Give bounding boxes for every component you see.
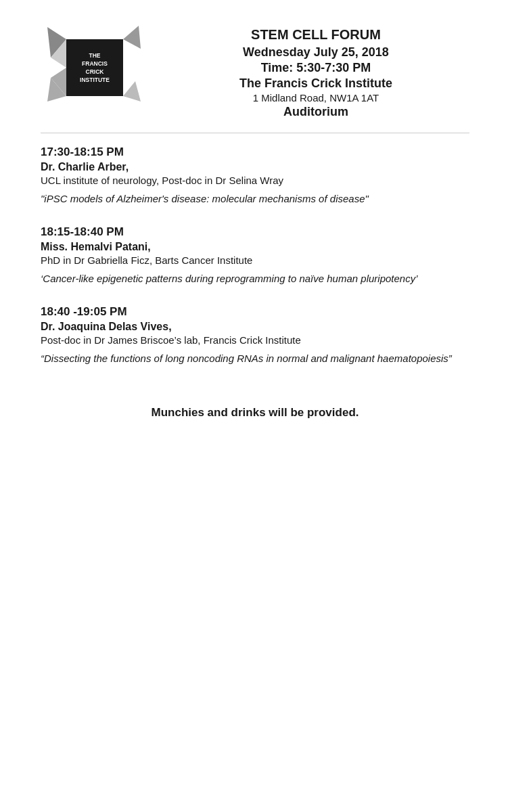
event-title: STEM CELL FORUM [162,27,469,43]
header-section: THE FRANCIS CRICK INSTITUTE STEM CELL F [41,20,469,119]
svg-rect-0 [66,39,123,96]
speaker-affiliation-3: Post-doc in Dr James Briscoe’s lab, Fran… [41,334,469,346]
speaker-name-3: Dr. Joaquina Delas Vives, [41,321,469,333]
speaker-affiliation-1: UCL institute of neurology, Post-doc in … [41,175,469,186]
divider [41,133,469,133]
talk-title-1: "iPSC models of Alzheimer's disease: mol… [41,191,469,206]
svg-text:CRICK: CRICK [86,68,105,75]
event-time: Time: 5:30-7:30 PM [162,61,469,75]
event-date: Wednesday July 25, 2018 [162,45,469,60]
event-address: 1 Midland Road, NW1A 1AT [162,92,469,104]
event-room: Auditorium [162,105,469,119]
francis-crick-logo: THE FRANCIS CRICK INSTITUTE [41,20,149,115]
footer-note: Munchies and drinks will be provided. [41,392,469,420]
svg-text:FRANCIS: FRANCIS [82,60,108,67]
svg-text:THE: THE [89,52,101,59]
schedule-block-1: 17:30-18:15 PM Dr. Charlie Arber, UCL in… [41,145,469,206]
svg-marker-7 [123,26,141,49]
schedule-block-2: 18:15-18:40 PM Miss. Hemalvi Patani, PhD… [41,225,469,286]
speaker-affiliation-2: PhD in Dr Gabriella Ficz, Barts Cancer I… [41,254,469,266]
svg-text:INSTITUTE: INSTITUTE [80,76,110,83]
time-slot-3: 18:40 -19:05 PM [41,305,469,319]
schedule-block-3: 18:40 -19:05 PM Dr. Joaquina Delas Vives… [41,305,469,366]
talk-title-3: “Dissecting the functions of long noncod… [41,351,469,366]
page: THE FRANCIS CRICK INSTITUTE STEM CELL F [0,0,510,812]
speaker-name-1: Dr. Charlie Arber, [41,161,469,173]
event-venue: The Francis Crick Institute [162,76,469,91]
time-slot-1: 17:30-18:15 PM [41,145,469,159]
logo-container: THE FRANCIS CRICK INSTITUTE [41,20,162,118]
talk-title-2: ‘Cancer-like epigenetic patterns during … [41,271,469,286]
svg-marker-8 [123,81,141,102]
time-slot-2: 18:15-18:40 PM [41,225,469,239]
title-block: STEM CELL FORUM Wednesday July 25, 2018 … [162,20,469,119]
speaker-name-2: Miss. Hemalvi Patani, [41,241,469,253]
